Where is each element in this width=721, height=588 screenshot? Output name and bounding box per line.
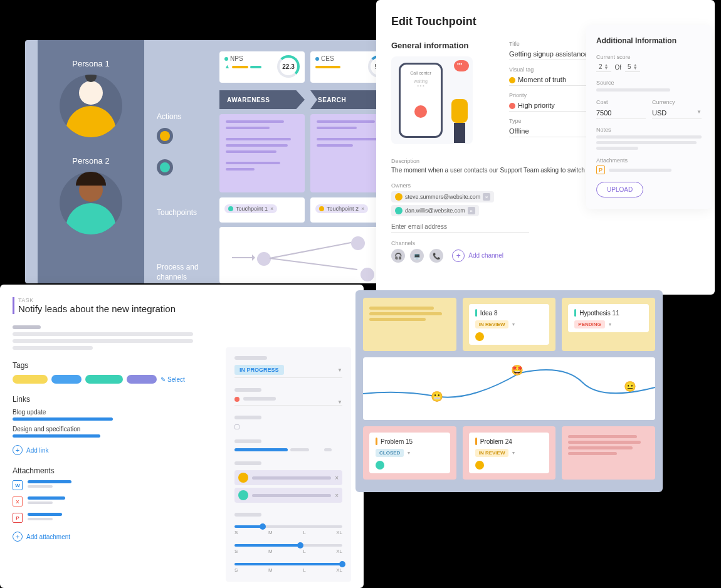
chevron-down-icon[interactable]: ▾ <box>408 450 410 456</box>
remove-icon[interactable]: × <box>468 207 475 214</box>
assignee-chip[interactable]: × <box>234 470 342 485</box>
persona-rail: Persona 1 Persona 2 <box>38 40 144 283</box>
plus-icon: + <box>13 445 23 455</box>
currency-label: Currency <box>652 99 702 105</box>
remove-icon[interactable]: × <box>270 206 273 212</box>
nps-metric-card[interactable]: NPS ▲ 22.3 <box>219 51 305 83</box>
tag-pill[interactable] <box>127 375 157 384</box>
remove-icon[interactable]: × <box>483 193 490 201</box>
chevron-down-icon[interactable]: ▾ <box>512 322 515 327</box>
channel-laptop-icon[interactable]: 💻 <box>410 249 424 263</box>
row-touchpoints-label: Touchpoints <box>157 208 197 217</box>
idea-8-card[interactable]: Idea 8 IN REVIEW▾ <box>469 304 550 345</box>
problem-24-card[interactable]: Problem 24 IN REVIEW▾ <box>469 433 550 473</box>
link-item[interactable]: Design and specification <box>13 426 213 438</box>
persona-1-name: Persona 1 <box>38 59 144 68</box>
row-avatar-icon <box>157 128 173 144</box>
hypothesis-11-card[interactable]: Hypothesis 11 PENDING▾ <box>568 304 649 332</box>
ces-metric-card[interactable]: CES 5.4 <box>310 51 381 83</box>
add-link-button[interactable]: +Add link <box>13 445 49 455</box>
nps-value: 22.3 <box>277 55 300 78</box>
owner-email-input[interactable] <box>391 221 529 233</box>
add-attachment-button[interactable]: +Add attachment <box>13 532 70 542</box>
currency-select[interactable]: USD▼ <box>652 107 702 119</box>
task-kicker: TASK <box>13 297 213 303</box>
stage-awareness[interactable]: AWARENESS <box>219 90 305 109</box>
channel-headset-icon[interactable]: 🎧 <box>391 249 405 263</box>
status-badge: PENDING <box>574 320 604 328</box>
owner-chip[interactable]: steve.summers@website.com× <box>391 191 494 202</box>
status-badge: IN REVIEW <box>475 449 509 457</box>
row-avatar-icon <box>157 159 173 176</box>
row-labels: Actions Touchpoints Process and channels <box>157 40 216 283</box>
board-panel: Idea 8 IN REVIEW▾ Hypothesis 11 PENDING▾… <box>355 290 663 492</box>
touchpoint-card-2[interactable]: Touchpoint 2× <box>310 197 381 223</box>
attachment-item[interactable]: W <box>13 480 213 490</box>
add-channel-button[interactable]: +Add channel <box>452 249 503 262</box>
board-cell[interactable]: Problem 24 IN REVIEW▾ <box>463 426 556 480</box>
score-from-input[interactable]: 2▲▼ <box>596 62 611 72</box>
plus-icon: + <box>452 249 465 262</box>
ces-label: CES <box>321 55 334 62</box>
speech-bubble-icon <box>454 60 469 71</box>
board-cell[interactable]: Problem 15 CLOSED▾ <box>363 426 456 480</box>
remove-icon[interactable]: × <box>361 206 364 212</box>
remove-icon[interactable]: × <box>335 475 339 481</box>
links-section-label: Links <box>13 395 213 404</box>
cost-input[interactable]: 7500 <box>596 107 646 119</box>
process-diagram[interactable] <box>219 227 381 283</box>
emotion-chart: 😬 🤩 😐 <box>363 357 655 420</box>
attachments-section-label: Attachments <box>13 466 213 475</box>
chevron-down-icon[interactable]: ▼ <box>337 367 342 373</box>
board-cell[interactable] <box>562 426 655 480</box>
touchpoint-1-label: Touchpoint 1 <box>236 206 268 212</box>
touchpoint-card-1[interactable]: Touchpoint 1× <box>219 197 305 223</box>
chevron-down-icon[interactable]: ▾ <box>609 322 611 327</box>
call-center-text: Call center <box>404 71 437 75</box>
size-slider[interactable] <box>234 563 342 565</box>
emoji-neutral-icon: 😐 <box>624 381 635 392</box>
journey-map-panel: Persona 1 Persona 2 Actions Touchpoints … <box>25 40 381 283</box>
size-slider[interactable] <box>234 525 342 528</box>
remove-icon[interactable]: × <box>335 492 339 499</box>
channel-phone-icon[interactable]: 📞 <box>429 249 443 263</box>
plus-icon: + <box>13 532 23 542</box>
score-label: Current score <box>596 54 702 60</box>
touchpoint-2-label: Touchpoint 2 <box>327 206 359 212</box>
assignee-chip[interactable]: × <box>234 488 342 503</box>
persona-2-avatar <box>60 172 122 234</box>
select-tags-button[interactable]: ✎Select <box>161 376 185 383</box>
source-label: Source <box>596 80 702 86</box>
problem-15-card[interactable]: Problem 15 CLOSED▾ <box>369 433 450 473</box>
board-cell[interactable]: Hypothesis 11 PENDING▾ <box>562 298 655 351</box>
channels-label: Channels <box>391 240 700 246</box>
task-panel: TASK Notify leads about the new integrat… <box>0 285 364 588</box>
tag-pill[interactable] <box>85 375 123 384</box>
status-badge: IN REVIEW <box>475 320 509 328</box>
size-slider[interactable] <box>234 544 342 547</box>
board-cell[interactable] <box>363 298 456 351</box>
board-cell[interactable]: Idea 8 IN REVIEW▾ <box>463 298 556 351</box>
upload-button[interactable]: UPLOAD <box>596 182 643 197</box>
attachment-item[interactable]: P <box>13 513 213 523</box>
task-sidebar: IN PROGRESS ▼ ▼ × × SMLXL SMLXL SMLXL <box>226 347 351 582</box>
owner-chip[interactable]: dan.willis@website.com× <box>391 205 479 216</box>
avatar-icon <box>376 461 384 470</box>
avatar-icon <box>475 461 484 470</box>
attachment-item[interactable]: X <box>13 496 213 507</box>
chevron-down-icon[interactable]: ▾ <box>512 450 515 456</box>
link-item[interactable]: Blog update <box>13 409 213 421</box>
actions-card-awareness[interactable] <box>219 114 305 192</box>
stage-search[interactable]: SEARCH <box>310 90 381 109</box>
score-to-input[interactable]: 5▲▼ <box>625 62 640 72</box>
nps-label: NPS <box>230 55 243 62</box>
task-title[interactable]: Notify leads about the new integration <box>13 303 213 314</box>
process-node-icon <box>360 268 374 281</box>
status-badge[interactable]: IN PROGRESS <box>234 365 284 375</box>
tag-pill[interactable] <box>13 375 48 384</box>
cost-label: Cost <box>596 99 646 105</box>
file-word-icon: W <box>13 480 23 490</box>
file-image-icon: X <box>13 496 23 507</box>
actions-card-search[interactable] <box>310 114 381 192</box>
tag-pill[interactable] <box>51 375 82 384</box>
